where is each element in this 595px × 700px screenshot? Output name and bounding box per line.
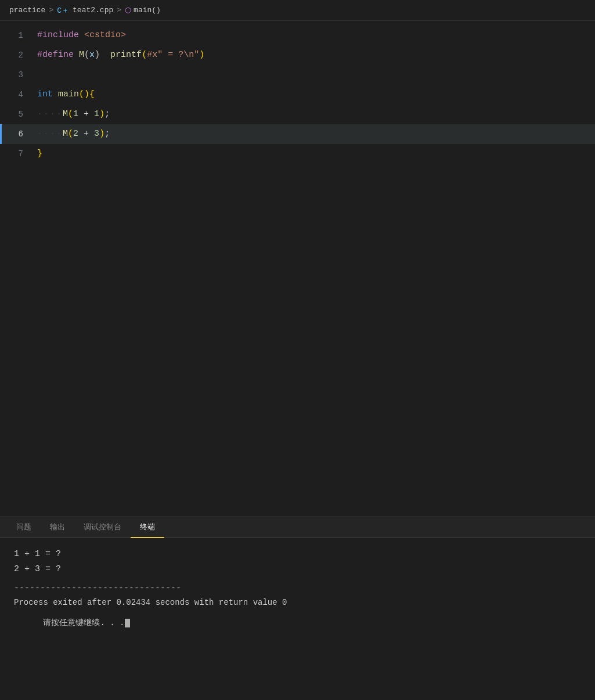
line-num-2: 2 bbox=[0, 45, 33, 65]
tab-debug-console[interactable]: 调试控制台 bbox=[74, 517, 131, 538]
breadcrumb-file: teat2.cpp bbox=[73, 6, 113, 15]
line-content-1: #include <cstdio> bbox=[33, 26, 595, 45]
terminal-divider: -------------------------------- bbox=[14, 583, 581, 593]
panel-container: 问题 输出 调试控制台 终端 1 + 1 = ? 2 + 3 = ? -----… bbox=[0, 517, 595, 700]
line-content-7: } bbox=[33, 144, 595, 164]
terminal-content[interactable]: 1 + 1 = ? 2 + 3 = ? --------------------… bbox=[0, 538, 595, 700]
breadcrumb-folder: practice bbox=[9, 6, 45, 15]
code-line-4: 4 int main(){ bbox=[0, 85, 595, 104]
line-num-5: 5 bbox=[0, 104, 33, 124]
code-line-2: 2 #define M(x) printf(#x" = ?\n") bbox=[0, 45, 595, 65]
editor-container: practice > C＋ teat2.cpp > ⬡ main() 1 #in… bbox=[0, 0, 595, 517]
terminal-continue-prompt: 请按任意键继续. . . bbox=[14, 608, 581, 637]
line-content-6: ····M(2 + 3); bbox=[33, 124, 595, 144]
breadcrumb: practice > C＋ teat2.cpp > ⬡ main() bbox=[0, 0, 595, 21]
terminal-cursor bbox=[125, 619, 130, 627]
panel-tabs: 问题 输出 调试控制台 终端 bbox=[0, 517, 595, 538]
terminal-output-2: 2 + 3 = ? bbox=[14, 562, 581, 576]
code-line-6: 6 ····M(2 + 3); bbox=[0, 124, 595, 144]
tab-output[interactable]: 输出 bbox=[41, 517, 74, 538]
breadcrumb-sep1: > bbox=[49, 6, 53, 15]
line-num-1: 1 bbox=[0, 26, 33, 45]
code-line-3: 3 bbox=[0, 65, 595, 85]
code-line-5: 5 ····M(1 + 1); bbox=[0, 104, 595, 124]
line-content-5: ····M(1 + 1); bbox=[33, 104, 595, 124]
line-num-4: 4 bbox=[0, 85, 33, 104]
code-editor[interactable]: 1 #include <cstdio> 2 #define M(x) print… bbox=[0, 21, 595, 517]
line-num-6: 6 bbox=[0, 124, 33, 144]
line-content-4: int main(){ bbox=[33, 85, 595, 104]
cpp-icon: C＋ bbox=[57, 5, 69, 16]
line-num-7: 7 bbox=[0, 144, 33, 164]
code-line-1: 1 #include <cstdio> bbox=[0, 26, 595, 45]
breadcrumb-sep2: > bbox=[117, 6, 121, 15]
line-num-3: 3 bbox=[0, 65, 33, 85]
code-line-7: 7 } bbox=[0, 144, 595, 164]
tab-terminal[interactable]: 终端 bbox=[131, 517, 164, 538]
active-line-indicator bbox=[0, 124, 2, 144]
method-icon: ⬡ bbox=[125, 6, 131, 15]
breadcrumb-method: main() bbox=[134, 6, 161, 15]
tab-problems[interactable]: 问题 bbox=[7, 517, 41, 538]
terminal-process-exit: Process exited after 0.02434 seconds wit… bbox=[14, 598, 581, 607]
terminal-output-1: 1 + 1 = ? bbox=[14, 547, 581, 561]
line-content-2: #define M(x) printf(#x" = ?\n") bbox=[33, 45, 595, 65]
